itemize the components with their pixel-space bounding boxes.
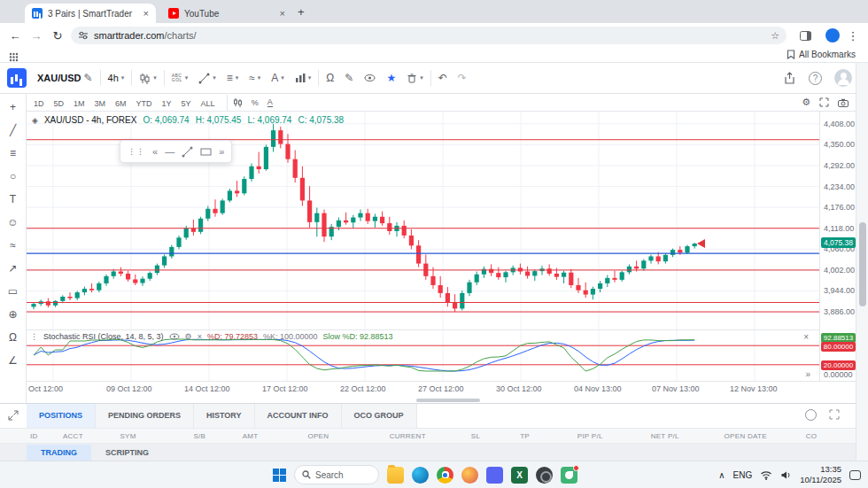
close-tab-icon[interactable]: × xyxy=(280,8,285,19)
fullscreen-icon[interactable] xyxy=(819,97,829,107)
fib-retracement-icon[interactable]: ≡ xyxy=(4,145,22,160)
gear-icon[interactable]: ⚙ xyxy=(802,97,810,108)
range-3m[interactable]: 3M xyxy=(95,99,106,108)
line-tools-button[interactable]: ▾ xyxy=(193,67,221,89)
profile-avatar[interactable] xyxy=(825,28,840,43)
forecast-icon[interactable]: ↗ xyxy=(4,260,22,275)
collapse-right-icon[interactable]: » xyxy=(219,146,224,157)
settings-icon[interactable]: ⚙ xyxy=(185,332,192,341)
stochastic-pane[interactable]: ⋮ Stochastic RSI (Close, 14, 8, 5, 3) ⚙ … xyxy=(27,329,819,381)
start-button[interactable] xyxy=(273,469,286,482)
zoom-icon[interactable]: ⊕ xyxy=(4,306,22,321)
magnet-icon[interactable]: Ω xyxy=(4,329,22,345)
new-tab-button[interactable]: + xyxy=(298,5,305,19)
all-bookmarks-button[interactable]: All Bookmarks xyxy=(787,50,856,59)
language-indicator[interactable]: ENG xyxy=(732,470,752,480)
patterns-button[interactable]: ≈▾ xyxy=(244,67,266,89)
ruler-icon[interactable]: ∠ xyxy=(4,352,22,368)
taskbar-search[interactable]: Search xyxy=(294,465,379,484)
collapse-left-icon[interactable]: « xyxy=(152,146,158,157)
interval-button[interactable]: 4h▾ xyxy=(103,67,130,89)
notification-center-icon[interactable] xyxy=(849,470,861,480)
favorites-button[interactable]: ★ xyxy=(381,67,401,89)
camera-app-icon[interactable] xyxy=(536,467,553,484)
wifi-icon[interactable] xyxy=(760,470,772,480)
symbol-button[interactable]: XAU/USD✎ xyxy=(32,67,98,89)
rectangle-tool-icon[interactable] xyxy=(200,147,212,157)
forward-icon[interactable]: → xyxy=(28,27,44,43)
range-1d[interactable]: 1D xyxy=(34,99,44,108)
range-1y[interactable]: 1Y xyxy=(162,99,172,108)
panel-tab-account-info[interactable]: ACCOUNT INFO xyxy=(255,404,342,428)
price-axis[interactable]: 4,408.004,350.004,292.004,234.004,176.00… xyxy=(819,112,856,381)
draw-button[interactable]: ✎ xyxy=(339,67,359,89)
file-explorer-icon[interactable] xyxy=(387,467,404,484)
panel-tab-oco-group[interactable]: OCO GROUP xyxy=(342,404,417,428)
panel-tab-pending-orders[interactable]: PENDING ORDERS xyxy=(96,404,194,428)
share-icon[interactable] xyxy=(783,72,796,85)
emoji-icon[interactable]: ☺ xyxy=(4,214,22,229)
hline-tool-icon[interactable]: — xyxy=(165,146,174,157)
bookmark-star-icon[interactable]: ☆ xyxy=(771,30,779,42)
delete-indicator-icon[interactable]: × xyxy=(198,332,202,341)
panel-tab-history[interactable]: HISTORY xyxy=(194,404,255,428)
help-icon[interactable]: ? xyxy=(809,72,822,85)
volume-icon[interactable] xyxy=(780,470,792,480)
address-bar[interactable]: smarttrader.com/charts/ ☆ xyxy=(71,27,787,44)
record-icon[interactable] xyxy=(805,409,817,421)
side-panel-icon[interactable] xyxy=(797,27,813,43)
more-icon[interactable]: ⋮ xyxy=(30,332,38,341)
chart-type-button[interactable]: ▾ xyxy=(134,67,162,89)
undo-button[interactable]: ↶ xyxy=(433,67,453,89)
panel-fullscreen-icon[interactable] xyxy=(829,409,840,420)
excel-icon[interactable]: X xyxy=(511,467,528,484)
browser-tab-smarttrader[interactable]: 3 Pairs | SmartTrader × xyxy=(25,4,156,23)
taskbar-clock[interactable]: 13:35 10/11/2025 xyxy=(800,464,841,486)
chart-area[interactable]: ◈ XAU/USD - 4h, FOREX O: 4,069.74 H: 4,0… xyxy=(27,112,856,403)
floating-drawing-toolbar[interactable]: ⋮⋮ « — » xyxy=(120,140,232,163)
magnet-button[interactable]: Ω xyxy=(321,67,339,89)
messenger-app-icon[interactable] xyxy=(561,467,577,484)
pattern-icon[interactable]: ≈ xyxy=(4,237,22,252)
columns-button[interactable]: ▾ xyxy=(290,67,317,89)
time-axis[interactable]: Oct 12:0009 Oct 12:0014 Oct 12:0017 Oct … xyxy=(27,381,856,397)
eye-icon[interactable] xyxy=(169,333,180,340)
crosshair-icon[interactable]: + xyxy=(4,99,22,114)
close-tab-icon[interactable]: × xyxy=(143,8,149,19)
back-icon[interactable]: ← xyxy=(7,27,23,43)
app-icon-purple[interactable] xyxy=(486,467,503,484)
tray-chevron-icon[interactable]: ∧ xyxy=(718,470,725,480)
hide-drawings-button[interactable] xyxy=(359,67,381,89)
range-5d[interactable]: 5D xyxy=(54,99,65,108)
range-6m[interactable]: 6M xyxy=(115,99,127,108)
measure-icon[interactable]: ▭ xyxy=(4,283,22,298)
range-ytd[interactable]: YTD xyxy=(136,99,152,108)
close-pane-icon[interactable]: × xyxy=(803,332,809,342)
percent-scale-icon[interactable]: % xyxy=(252,98,259,107)
chart-style-icon[interactable] xyxy=(233,97,243,107)
shapes-icon[interactable]: ○ xyxy=(4,168,22,183)
camera-icon[interactable] xyxy=(838,98,849,107)
smarttrader-logo[interactable] xyxy=(7,68,27,88)
range-all[interactable]: ALL xyxy=(201,99,215,108)
text-tool-button[interactable]: A▾ xyxy=(266,67,290,89)
page-scrollbar[interactable] xyxy=(856,63,868,461)
expand-panel-icon[interactable] xyxy=(8,410,19,421)
scrollbar-thumb[interactable] xyxy=(859,222,866,306)
trendline-tool-icon[interactable] xyxy=(182,146,193,158)
pane-expand-icon[interactable]: » xyxy=(805,369,810,379)
hscrollbar-thumb[interactable] xyxy=(416,399,480,402)
compare-button[interactable]: ABCGOL ▾ xyxy=(167,67,193,89)
browser-tab-youtube[interactable]: YouTube × xyxy=(161,4,292,23)
account-avatar[interactable] xyxy=(834,69,852,87)
auto-scale-icon[interactable]: A xyxy=(267,97,273,107)
range-1m[interactable]: 1M xyxy=(74,99,85,108)
range-5y[interactable]: 5Y xyxy=(182,99,191,108)
remove-drawings-button[interactable]: ▾ xyxy=(401,67,429,89)
redo-button[interactable]: ↷ xyxy=(453,67,472,89)
reload-icon[interactable]: ↻ xyxy=(50,27,66,43)
workspace-tab-trading[interactable]: TRADING xyxy=(27,445,91,461)
panel-tab-positions[interactable]: POSITIONS xyxy=(27,404,96,428)
chrome-icon[interactable] xyxy=(437,467,453,484)
firefox-icon[interactable] xyxy=(461,467,478,484)
